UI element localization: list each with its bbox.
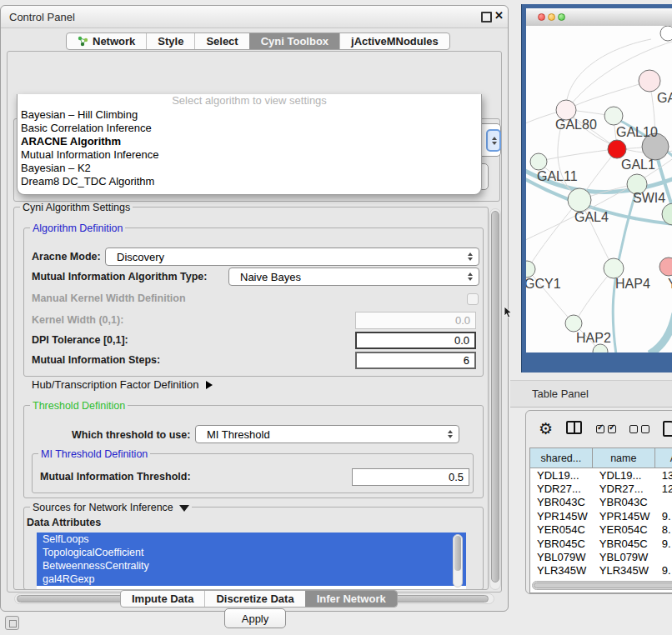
node-label: GAL11 xyxy=(537,169,578,183)
float-window-icon[interactable] xyxy=(481,12,492,22)
document-icon[interactable] xyxy=(663,421,672,437)
network-node[interactable] xyxy=(660,26,672,41)
mi-threshold-field[interactable]: 0.5 xyxy=(352,468,469,486)
deselect-all-check-icon[interactable] xyxy=(641,425,649,433)
control-panel-tabs: NetworkStyleSelectCyni ToolboxjActiveMNo… xyxy=(66,32,450,50)
apply-button[interactable]: Apply xyxy=(224,608,286,628)
network-canvas[interactable]: GALGAL80GAL10GAL1GAL11SWI4GAL4GCY1HAP4YH… xyxy=(526,26,672,352)
network-node[interactable] xyxy=(608,140,626,158)
table-panel-titlebar: Table Panel xyxy=(510,380,672,408)
algorithm-definition-title: Algorithm Definition xyxy=(30,222,125,234)
algorithm-option[interactable]: Bayesian – K2 xyxy=(18,162,481,175)
column-header[interactable]: shared... xyxy=(530,448,593,468)
table-cell: YER054C xyxy=(530,523,593,536)
dock-panel-icon[interactable] xyxy=(5,616,19,630)
table-cell: 8. xyxy=(655,523,672,536)
data-attribute-item[interactable]: SelfLoops xyxy=(37,532,466,546)
table-row[interactable]: YBR045CYBR045C9. xyxy=(530,537,672,550)
table-hscroll-thumb[interactable] xyxy=(534,582,672,588)
dpi-tolerance-field[interactable]: 0.0 xyxy=(355,332,476,349)
tab-label: Select xyxy=(206,35,238,48)
table-row[interactable]: YPR145WYPR145W9. xyxy=(530,509,672,522)
table-cell: YBR043C xyxy=(530,496,593,508)
node-label: HAP2 xyxy=(576,331,611,345)
tab-infer-network[interactable]: Infer Network xyxy=(305,591,397,607)
hub-definition-label: Hub/Transcription Factor Definition xyxy=(32,378,198,391)
kernel-width-field[interactable]: 0.0 xyxy=(355,312,476,329)
tab-cyni-toolbox[interactable]: Cyni Toolbox xyxy=(249,33,339,49)
mi-threshold-group-title: MI Threshold Definition xyxy=(38,448,150,460)
select-all-check-icon[interactable] xyxy=(608,425,616,433)
settings-vscroll-thumb[interactable] xyxy=(491,211,499,582)
table-row[interactable]: YDR27...YDR27...12 xyxy=(530,482,672,495)
network-node[interactable] xyxy=(604,258,624,278)
column-header[interactable]: name xyxy=(593,448,655,468)
zoom-traffic-light-icon[interactable] xyxy=(558,13,565,21)
mouse-cursor xyxy=(504,307,515,319)
tab-impute-data[interactable]: Impute Data xyxy=(121,591,204,607)
sources-group-toggle[interactable]: Sources for Network Inference xyxy=(30,502,192,513)
split-columns-icon[interactable] xyxy=(566,421,582,434)
attributes-scrollbar-thumb[interactable] xyxy=(454,536,461,571)
algorithm-options: Bayesian – Hill ClimbingBasic Correlatio… xyxy=(18,108,481,188)
which-threshold-combo[interactable]: MI Threshold xyxy=(195,425,459,443)
attributes-scrollbar[interactable] xyxy=(453,534,463,588)
network-node[interactable] xyxy=(526,261,535,278)
network-window-titlebar[interactable] xyxy=(526,8,672,27)
table-row[interactable]: YBL079WYBL079W xyxy=(530,550,672,563)
algorithm-option[interactable]: Dream8 DC_TDC Algorithm xyxy=(18,175,481,188)
tab-jactivemnodules[interactable]: jActiveMNodules xyxy=(339,33,449,49)
close-traffic-light-icon[interactable] xyxy=(538,13,545,21)
select-all-check-icon[interactable] xyxy=(596,425,604,433)
algorithm-option[interactable]: ARACNE Algorithm xyxy=(18,135,481,148)
tab-style[interactable]: Style xyxy=(146,33,194,49)
manual-kernel-label: Manual Kernel Width Definition xyxy=(32,292,186,304)
tab-select[interactable]: Select xyxy=(194,33,248,49)
tab-network[interactable]: Network xyxy=(67,33,146,49)
node-label: GAL4 xyxy=(574,210,609,224)
table-row[interactable]: YER054CYER054C8. xyxy=(530,523,672,537)
aracne-mode-combo[interactable]: Discovery xyxy=(105,248,479,266)
gear-icon[interactable]: ⚙ xyxy=(539,421,553,438)
table-panel-title: Table Panel xyxy=(532,388,589,400)
network-node[interactable] xyxy=(565,315,582,332)
algorithm-option[interactable]: Bayesian – Hill Climbing xyxy=(18,108,481,122)
algorithm-option[interactable]: Mutual Information Inference xyxy=(18,148,481,162)
node-label: GAL xyxy=(657,91,672,105)
network-node[interactable] xyxy=(530,153,547,170)
tab-label: Cyni Toolbox xyxy=(261,35,328,48)
desktop: Control Panel ✕ NetworkStyleSelectCyni T… xyxy=(0,0,672,635)
deselect-all-check-icon[interactable] xyxy=(629,425,638,433)
collapsed-arrow-icon xyxy=(206,381,213,389)
hub-definition-toggle[interactable]: Hub/Transcription Factor Definition xyxy=(32,378,213,391)
data-attribute-item[interactable]: gal4RGexp xyxy=(37,572,466,586)
manual-kernel-checkbox[interactable] xyxy=(467,293,479,305)
tab-discretize-data[interactable]: Discretize Data xyxy=(204,591,304,607)
close-icon[interactable]: ✕ xyxy=(494,9,504,22)
table-cell: YBR045C xyxy=(593,538,655,550)
table-cell: 9. xyxy=(655,538,672,550)
data-attributes-list: SelfLoopsTopologicalCoefficientBetweenne… xyxy=(37,532,466,589)
column-header[interactable]: A xyxy=(655,448,672,468)
data-attribute-item[interactable]: BetweennessCentrality xyxy=(37,559,466,572)
network-node[interactable] xyxy=(604,107,623,125)
mi-steps-field[interactable]: 6 xyxy=(355,352,476,369)
table-row[interactable]: YBR043CYBR043C xyxy=(530,496,672,509)
table-horizontal-scrollbar[interactable] xyxy=(532,581,672,590)
network-node[interactable] xyxy=(659,258,672,276)
settings-vertical-scrollbar[interactable] xyxy=(489,208,501,590)
threshold-definition-title: Threshold Definition xyxy=(30,400,128,412)
table-cell: YLR345W xyxy=(593,564,655,577)
table-cell: YDL19... xyxy=(530,469,593,482)
table-row[interactable]: YDL19...YDL19...13 xyxy=(530,468,672,482)
data-attribute-item[interactable]: TopologicalCoefficient xyxy=(37,546,466,559)
network-graph: GALGAL80GAL10GAL1GAL11SWI4GAL4GCY1HAP4YH… xyxy=(526,26,672,352)
table-row[interactable]: YLR345WYLR345W9. xyxy=(530,564,672,578)
algorithm-option[interactable]: Basic Correlation Inference xyxy=(18,122,481,135)
table-cell: YBL079W xyxy=(593,551,655,563)
network-node[interactable] xyxy=(568,188,591,212)
mi-type-combo[interactable]: Naive Bayes xyxy=(228,268,479,286)
minimize-traffic-light-icon[interactable] xyxy=(548,13,555,21)
combo-spinner-focused[interactable] xyxy=(486,129,501,152)
network-node[interactable] xyxy=(639,70,660,92)
